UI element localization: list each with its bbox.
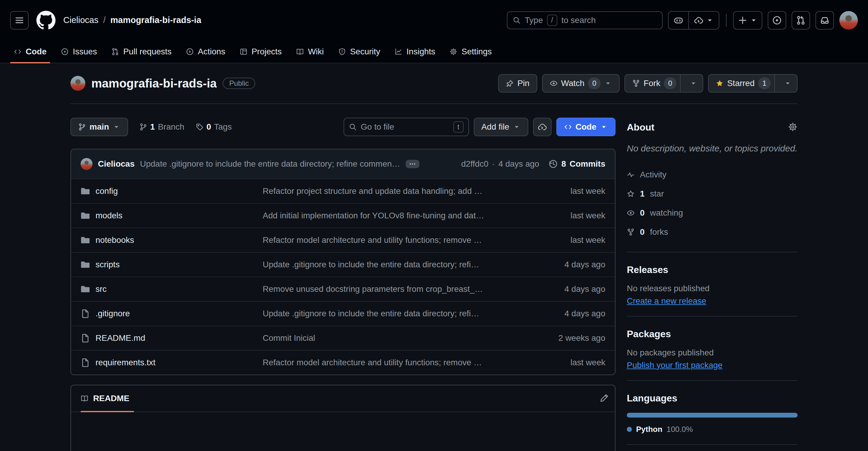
commit-message-link[interactable]: Update .gitignore to include the entire … bbox=[140, 159, 400, 169]
file-row[interactable]: config Refactor project structure and up… bbox=[71, 179, 615, 203]
your-pull-requests-button[interactable] bbox=[792, 11, 810, 30]
packages-title: Packages bbox=[627, 329, 671, 339]
create-new-button[interactable] bbox=[733, 11, 762, 30]
readme-tab[interactable]: README bbox=[81, 385, 134, 412]
notifications-inbox-button[interactable] bbox=[815, 11, 834, 30]
languages-title: Languages bbox=[627, 393, 677, 404]
repo-tab[interactable]: Projects bbox=[234, 40, 287, 63]
repo-title[interactable]: mamografia-bi-rads-ia bbox=[91, 77, 217, 90]
language-bar[interactable] bbox=[627, 413, 798, 418]
repo-owner-avatar[interactable] bbox=[70, 76, 85, 91]
file-name-link[interactable]: .gitignore bbox=[95, 309, 130, 319]
codespaces-button[interactable] bbox=[533, 118, 552, 136]
file-name-link[interactable]: src bbox=[95, 284, 106, 294]
commit-message-expander-button[interactable] bbox=[406, 160, 420, 168]
file-row[interactable]: src Remove unused docstring parameters f… bbox=[71, 277, 615, 301]
file-name-link[interactable]: scripts bbox=[95, 260, 120, 269]
file-commit-message-link[interactable]: Refactor project structure and update da… bbox=[263, 186, 537, 196]
file-commit-date[interactable]: last week bbox=[537, 211, 605, 220]
publish-package-link[interactable]: Publish your first package bbox=[627, 361, 723, 370]
file-commit-date[interactable]: 4 days ago bbox=[537, 284, 605, 294]
global-search-input[interactable]: Type / to search bbox=[507, 11, 663, 29]
branch-selector-button[interactable]: main bbox=[70, 118, 128, 136]
file-row[interactable]: models Add initial implementation for YO… bbox=[71, 203, 615, 228]
breadcrumb-repo-link[interactable]: mamografia-bi-rads-ia bbox=[111, 15, 202, 25]
file-name-link[interactable]: README.md bbox=[95, 333, 145, 343]
user-avatar[interactable] bbox=[839, 11, 858, 30]
file-commit-date[interactable]: 4 days ago bbox=[537, 309, 605, 319]
file-commit-date[interactable]: last week bbox=[537, 235, 605, 245]
about-stat-link[interactable]: 0 watching bbox=[627, 203, 798, 222]
commit-sha-link[interactable]: d2ffdc0 bbox=[461, 159, 488, 169]
releases-section: Releases No releases published Create a … bbox=[627, 252, 798, 317]
repo-tab[interactable]: Settings bbox=[444, 40, 497, 63]
repo-tab[interactable]: Code bbox=[8, 40, 52, 63]
commit-author-link[interactable]: Cieliocas bbox=[98, 159, 135, 169]
repo-tab[interactable]: Insights bbox=[389, 40, 441, 63]
branches-link[interactable]: 1 Branch bbox=[140, 122, 184, 132]
breadcrumb-owner-link[interactable]: Cieliocas bbox=[63, 15, 98, 25]
tags-link[interactable]: 0 Tags bbox=[196, 122, 232, 132]
file-commit-date[interactable]: last week bbox=[537, 358, 605, 367]
create-release-link[interactable]: Create a new release bbox=[627, 296, 706, 306]
file-commit-message-link[interactable]: Refactor model architecture and utility … bbox=[263, 235, 537, 245]
file-commit-message-link[interactable]: Refactor model architecture and utility … bbox=[263, 358, 537, 367]
repo-tab[interactable]: Security bbox=[333, 40, 385, 63]
github-logo[interactable] bbox=[36, 11, 56, 30]
your-issues-button[interactable] bbox=[768, 11, 786, 30]
tab-icon bbox=[395, 48, 402, 56]
file-commit-message-link[interactable]: Remove unused docstring parameters from … bbox=[263, 284, 537, 294]
go-to-file-input[interactable]: Go to file t bbox=[344, 118, 469, 136]
commit-history-link[interactable]: 8 Commits bbox=[548, 159, 605, 169]
file-name-link[interactable]: requirements.txt bbox=[95, 358, 156, 367]
code-dropdown-button[interactable]: Code bbox=[556, 118, 616, 136]
edit-readme-button[interactable] bbox=[599, 393, 609, 404]
about-stat-link[interactable]: Activity bbox=[627, 165, 798, 184]
file-row[interactable]: notebooks Refactor model architecture an… bbox=[71, 228, 615, 252]
repo-tab[interactable]: Pull requests bbox=[106, 40, 177, 63]
file-row[interactable]: README.md Commit Inicial 2 weeks ago bbox=[71, 326, 615, 350]
file-type-icon bbox=[81, 284, 90, 294]
eye-icon bbox=[550, 80, 558, 87]
file-commit-message-link[interactable]: Update .gitignore to include the entire … bbox=[263, 260, 537, 269]
language-item[interactable]: Python 100.0% bbox=[627, 425, 693, 434]
star-button[interactable]: Starred 1 bbox=[708, 74, 798, 93]
file-commit-date[interactable]: 2 weeks ago bbox=[537, 333, 605, 343]
file-commit-message-link[interactable]: Add initial implementation for YOLOv8 fi… bbox=[263, 211, 537, 220]
copilot-agents-menu-button[interactable] bbox=[689, 12, 719, 29]
file-name-link[interactable]: config bbox=[95, 186, 118, 196]
repo-tab[interactable]: Wiki bbox=[291, 40, 329, 63]
file-name-link[interactable]: notebooks bbox=[95, 235, 134, 245]
fork-dropdown-button[interactable] bbox=[684, 80, 703, 87]
star-dropdown-button[interactable] bbox=[778, 80, 797, 87]
hamburger-menu-button[interactable] bbox=[10, 11, 29, 30]
add-file-button[interactable]: Add file bbox=[474, 118, 528, 136]
commit-time-link[interactable]: 4 days ago bbox=[498, 159, 539, 169]
header-divider bbox=[726, 14, 726, 27]
file-name-link[interactable]: models bbox=[95, 211, 122, 220]
commit-author-avatar[interactable] bbox=[81, 158, 93, 170]
commit-separator: · bbox=[492, 159, 495, 169]
tab-icon bbox=[186, 48, 194, 56]
watch-button[interactable]: Watch 0 bbox=[542, 74, 620, 93]
file-commit-message-link[interactable]: Commit Inicial bbox=[263, 333, 537, 343]
copilot-button[interactable] bbox=[669, 12, 688, 29]
about-stat-link[interactable]: 0 forks bbox=[627, 222, 798, 242]
file-row[interactable]: .gitignore Update .gitignore to include … bbox=[71, 301, 615, 326]
pin-button[interactable]: Pin bbox=[498, 74, 537, 93]
about-stat-link[interactable]: 1 star bbox=[627, 184, 798, 203]
edit-repo-details-button[interactable] bbox=[788, 122, 798, 132]
tab-label: Insights bbox=[407, 47, 435, 56]
file-type-icon bbox=[81, 333, 90, 343]
search-placeholder-prefix: Type bbox=[525, 16, 543, 25]
file-row[interactable]: requirements.txt Refactor model architec… bbox=[71, 350, 615, 374]
file-commit-date[interactable]: last week bbox=[537, 186, 605, 196]
repo-tab[interactable]: Actions bbox=[181, 40, 231, 63]
file-commit-message-link[interactable]: Update .gitignore to include the entire … bbox=[263, 309, 537, 319]
file-commit-date[interactable]: 4 days ago bbox=[537, 260, 605, 269]
tab-icon bbox=[240, 48, 247, 56]
file-row[interactable]: scripts Update .gitignore to include the… bbox=[71, 252, 615, 277]
inbox-icon bbox=[820, 16, 830, 25]
fork-button[interactable]: Fork 0 bbox=[624, 74, 703, 93]
repo-tab[interactable]: Issues bbox=[56, 40, 102, 63]
